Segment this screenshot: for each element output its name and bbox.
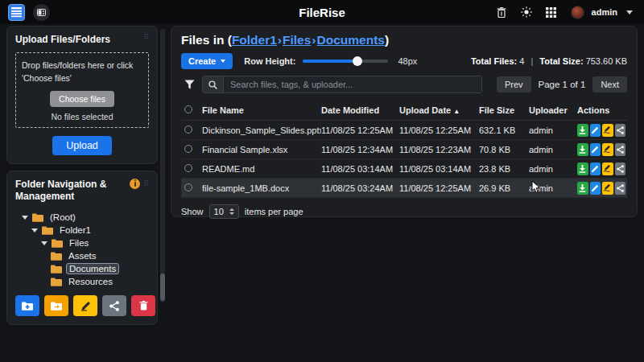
tree-item-label: (Root) (47, 212, 78, 222)
file-name[interactable]: Financial Sample.xlsx (202, 145, 321, 154)
rename-button[interactable] (602, 162, 613, 175)
create-button[interactable]: Create (181, 53, 233, 69)
edit-button[interactable] (590, 182, 601, 195)
table-row-hovered[interactable]: file-sample_1MB.docx 11/08/25 03:24AM 11… (181, 179, 627, 198)
tree-item-folder1[interactable]: Folder1 (15, 224, 149, 237)
col-header-file-size[interactable]: File Size (479, 105, 529, 115)
slider-fill (303, 60, 357, 63)
folder-card-drag-handle-icon[interactable]: ⠿ (143, 180, 149, 187)
col-header-upload-date[interactable]: Upload Date▲ (399, 105, 479, 115)
file-size: 632.1 KB (479, 125, 529, 135)
download-button[interactable] (577, 124, 588, 137)
select-all-checkbox[interactable] (184, 105, 192, 113)
slider-thumb[interactable] (353, 56, 362, 66)
tree-item-root[interactable]: (Root) (15, 211, 149, 224)
row-checkbox[interactable] (184, 164, 192, 172)
upload-button[interactable]: Upload (52, 136, 112, 155)
user-avatar[interactable] (571, 6, 584, 19)
theme-toggle-sun-icon[interactable] (521, 6, 532, 18)
edit-button[interactable] (590, 162, 601, 175)
tree-item-documents[interactable]: Documents (15, 262, 149, 275)
share-button[interactable] (615, 162, 626, 175)
pencil-icon (591, 146, 599, 154)
sidebar: Upload Files/Folders ⠿ Drop files/folder… (6, 26, 158, 325)
sidebar-toggle-button[interactable] (33, 4, 50, 21)
share-button[interactable] (615, 143, 626, 156)
tree-expand-caret-icon[interactable] (31, 228, 38, 232)
folder-action-buttons (15, 295, 155, 316)
rename-button[interactable] (602, 182, 613, 195)
user-menu-chevron-down-icon[interactable] (626, 10, 633, 14)
row-checkbox[interactable] (184, 145, 192, 153)
uploader: admin (529, 125, 577, 135)
toolbar: Create Row Height: 48px Total Files: 4 |… (181, 53, 627, 69)
move-folder-button[interactable] (44, 295, 68, 316)
share-button[interactable] (615, 182, 626, 195)
apps-grid-icon[interactable] (546, 6, 557, 18)
row-checkbox[interactable] (184, 183, 192, 191)
dropzone-text-line1: Drop files/folders here or click (22, 60, 142, 72)
rename-button[interactable] (602, 124, 613, 137)
share-icon (617, 126, 624, 134)
file-name[interactable]: file-sample_1MB.docx (202, 183, 321, 193)
breadcrumb-link-folder1[interactable]: Folder1 (232, 33, 277, 47)
table-row[interactable]: Financial Sample.xlsx 11/08/25 12:34AM 1… (181, 140, 627, 159)
table-row[interactable]: Dickinson_Sample_Slides.pptx 11/08/25 12… (181, 121, 627, 140)
uploader: admin (529, 183, 577, 193)
trash-icon (139, 301, 148, 311)
tree-expand-caret-icon[interactable] (41, 241, 47, 245)
upload-date: 11/08/25 12:23AM (399, 145, 479, 154)
download-button[interactable] (577, 182, 588, 195)
upload-card-title: Upload Files/Folders (15, 34, 110, 46)
tree-item-assets[interactable]: Assets (15, 249, 149, 262)
tree-item-label: Assets (66, 251, 99, 261)
file-dropzone[interactable]: Drop files/folders here or click 'Choose… (15, 52, 149, 128)
tree-item-resources[interactable]: Resources (15, 275, 149, 288)
file-name[interactable]: README.md (202, 164, 321, 174)
row-checkbox[interactable] (184, 125, 192, 134)
pen-signature-icon (603, 165, 612, 172)
row-height-label: Row Height: (244, 56, 295, 66)
row-height-slider[interactable] (303, 60, 388, 63)
delete-folder-button[interactable] (131, 295, 155, 316)
breadcrumb-link-documents[interactable]: Documents (317, 33, 385, 47)
tree-item-label: Files (67, 238, 91, 248)
file-table: File Name Date Modified Upload Date▲ Fil… (181, 101, 627, 198)
filter-button[interactable] (181, 76, 197, 93)
prev-page-button[interactable]: Prev (497, 76, 531, 93)
tree-item-files[interactable]: Files (15, 237, 149, 249)
rename-button[interactable] (602, 143, 613, 156)
edit-button[interactable] (590, 143, 601, 156)
page-status: Page 1 of 1 (539, 80, 586, 89)
breadcrumb-link-files[interactable]: Files (283, 33, 311, 47)
upload-card-drag-handle-icon[interactable]: ⠿ (143, 34, 149, 41)
col-header-file-name[interactable]: File Name (202, 105, 321, 115)
col-header-uploader[interactable]: Uploader (529, 105, 577, 115)
main-scrollbar-track[interactable] (160, 29, 165, 302)
download-button[interactable] (577, 143, 588, 156)
search-input[interactable] (224, 76, 481, 93)
create-folder-button[interactable] (15, 295, 39, 316)
col-header-date-modified[interactable]: Date Modified (321, 105, 399, 115)
info-icon[interactable] (130, 179, 140, 189)
filerise-logo-icon[interactable] (8, 4, 25, 21)
rename-folder-button[interactable] (73, 295, 97, 316)
file-name[interactable]: Dickinson_Sample_Slides.pptx (202, 125, 321, 135)
download-icon (579, 146, 586, 154)
trash-icon[interactable] (496, 6, 507, 18)
edit-button[interactable] (590, 124, 601, 137)
table-row[interactable]: README.md 11/08/25 03:14AM 11/08/25 03:1… (181, 159, 627, 179)
main-scrollbar-thumb[interactable] (160, 274, 165, 301)
share-folder-button[interactable] (102, 295, 126, 316)
download-button[interactable] (577, 162, 588, 175)
pagination: Prev Page 1 of 1 Next (497, 76, 627, 93)
pencil-icon (591, 126, 599, 134)
download-icon (579, 126, 586, 134)
next-page-button[interactable]: Next (592, 76, 627, 93)
pen-signature-icon (603, 146, 612, 153)
choose-files-button[interactable]: Choose files (50, 91, 114, 107)
share-button[interactable] (615, 124, 626, 137)
items-per-page-select[interactable]: 10 (209, 204, 239, 219)
tree-expand-caret-icon[interactable] (22, 216, 28, 220)
search-group (202, 76, 482, 93)
